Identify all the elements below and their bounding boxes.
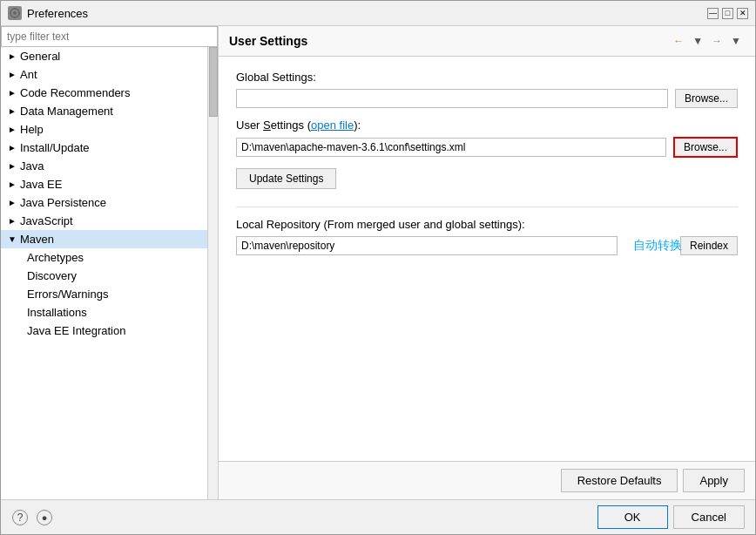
svg-point-1 [13, 11, 17, 15]
help-icon: ? [12, 510, 28, 525]
bottom-left-icons: ? ● [11, 509, 53, 526]
content-area: ► General ► Ant ► Code Recommenders ► Da… [1, 26, 755, 499]
maximize-button[interactable]: □ [722, 8, 733, 19]
user-browse-button[interactable]: Browse... [673, 137, 738, 158]
chinese-label: 自动转换 [633, 238, 682, 254]
scrollbar-thumb[interactable] [209, 47, 218, 117]
expand-arrow: ▼ [8, 234, 17, 244]
global-settings-input[interactable] [236, 89, 668, 108]
main-content: Global Settings: Browse... User Settings… [219, 57, 755, 461]
sidebar-child-label: Installations [27, 306, 87, 319]
expand-arrow: ► [8, 161, 17, 171]
sidebar-item-javascript[interactable]: ► JavaScript [1, 212, 207, 230]
cancel-button[interactable]: Cancel [673, 505, 745, 529]
section-divider [236, 207, 738, 207]
expand-arrow: ► [8, 51, 17, 61]
sidebar-scrollbar[interactable] [207, 47, 218, 499]
expand-arrow: ► [8, 216, 17, 226]
sidebar-item-label: Install/Update [20, 141, 90, 154]
tree-container: ► General ► Ant ► Code Recommenders ► Da… [1, 47, 207, 499]
reindex-button[interactable]: Reindex [680, 236, 738, 255]
local-repo-row: 自动转换 Reindex [236, 236, 738, 255]
local-repo-label: Local Repository (From merged user and g… [236, 218, 738, 231]
title-bar-left: Preferences [8, 6, 88, 20]
apply-button[interactable]: Apply [683, 469, 745, 492]
restore-defaults-button[interactable]: Restore Defaults [561, 469, 678, 492]
preferences-window: Preferences — □ ✕ ► General ► Ant [0, 0, 756, 535]
expand-arrow: ► [8, 198, 17, 207]
forward-button[interactable]: → [708, 33, 726, 49]
sidebar-item-data-management[interactable]: ► Data Management [1, 102, 207, 120]
back-arrow-icon: ← [673, 35, 684, 47]
app-icon [8, 6, 22, 20]
expand-arrow: ► [8, 143, 17, 152]
sidebar-item-label: Maven [20, 233, 54, 246]
main-panel: User Settings ← ▼ → ▼ [219, 26, 755, 499]
user-settings-label-end: ): [354, 119, 361, 132]
user-settings-label: User Settings (open file): [236, 119, 738, 132]
sidebar-item-maven[interactable]: ▼ Maven [1, 230, 207, 248]
sidebar-item-label: General [20, 50, 60, 63]
sidebar-item-discovery[interactable]: Discovery [1, 267, 207, 285]
sidebar-item-label: Data Management [20, 105, 113, 118]
tree-scroll-wrapper: ► General ► Ant ► Code Recommenders ► Da… [1, 47, 218, 499]
sidebar-item-label: Java [20, 159, 44, 173]
user-settings-input[interactable] [236, 138, 666, 157]
filter-input[interactable] [1, 26, 218, 47]
user-settings-row: Browse... [236, 137, 738, 158]
window-controls: — □ ✕ [707, 8, 748, 19]
dropdown-arrow-icon2: ▼ [731, 35, 741, 47]
sidebar-item-label: JavaScript [20, 214, 73, 227]
expand-arrow: ► [8, 125, 17, 134]
sidebar-item-label: Ant [20, 68, 37, 81]
sidebar-item-label: Help [20, 123, 44, 136]
sidebar-item-ant[interactable]: ► Ant [1, 65, 207, 84]
expand-arrow: ► [8, 70, 17, 79]
global-browse-button[interactable]: Browse... [675, 89, 738, 108]
help-button[interactable]: ? [11, 509, 29, 526]
back-button[interactable]: ← [670, 33, 687, 49]
panel-title: User Settings [229, 34, 307, 48]
expand-arrow: ► [8, 106, 17, 116]
sidebar-item-help[interactable]: ► Help [1, 120, 207, 139]
dropdown-arrow-icon: ▼ [692, 35, 703, 47]
sidebar: ► General ► Ant ► Code Recommenders ► Da… [1, 26, 219, 499]
sidebar-item-install-update[interactable]: ► Install/Update [1, 139, 207, 157]
sidebar-item-general[interactable]: ► General [1, 47, 207, 65]
sidebar-child-label: Errors/Warnings [27, 288, 108, 301]
expand-arrow: ► [8, 88, 17, 98]
action-row: Restore Defaults Apply [219, 461, 755, 499]
local-repo-input[interactable] [236, 236, 618, 255]
sidebar-child-label: Discovery [27, 269, 77, 282]
global-settings-row: Browse... [236, 89, 738, 108]
window-title: Preferences [27, 7, 88, 20]
sidebar-child-label: Archetypes [27, 251, 84, 264]
sidebar-item-java-ee-integration[interactable]: Java EE Integration [1, 322, 207, 340]
sidebar-item-java-persistence[interactable]: ► Java Persistence [1, 193, 207, 212]
bottom-bar: ? ● OK Cancel [1, 499, 755, 534]
title-bar: Preferences — □ ✕ [1, 1, 755, 26]
info-button[interactable]: ● [36, 509, 53, 526]
user-settings-label-text: User Settings ( [236, 119, 311, 132]
expand-arrow: ► [8, 179, 17, 189]
update-settings-button[interactable]: Update Settings [236, 168, 336, 189]
nav-dropdown-btn[interactable]: ▼ [689, 33, 706, 49]
sidebar-item-label: Code Recommenders [20, 86, 130, 99]
sidebar-item-code-recommenders[interactable]: ► Code Recommenders [1, 84, 207, 102]
sidebar-item-label: Java Persistence [20, 196, 106, 209]
sidebar-item-archetypes[interactable]: Archetypes [1, 248, 207, 267]
sidebar-child-label: Java EE Integration [27, 324, 125, 337]
minimize-button[interactable]: — [707, 8, 719, 19]
info-icon: ● [37, 510, 52, 525]
sidebar-item-errors-warnings[interactable]: Errors/Warnings [1, 285, 207, 303]
ok-button[interactable]: OK [597, 505, 668, 529]
bottom-right-buttons: OK Cancel [597, 505, 745, 529]
sidebar-item-installations[interactable]: Installations [1, 303, 207, 322]
close-button[interactable]: ✕ [737, 8, 748, 19]
nav-dropdown-btn2[interactable]: ▼ [727, 33, 745, 49]
sidebar-item-java-ee[interactable]: ► Java EE [1, 175, 207, 193]
sidebar-item-java[interactable]: ► Java [1, 157, 207, 175]
main-header: User Settings ← ▼ → ▼ [219, 26, 755, 57]
open-file-link[interactable]: open file [311, 119, 354, 132]
sidebar-item-label: Java EE [20, 178, 62, 191]
